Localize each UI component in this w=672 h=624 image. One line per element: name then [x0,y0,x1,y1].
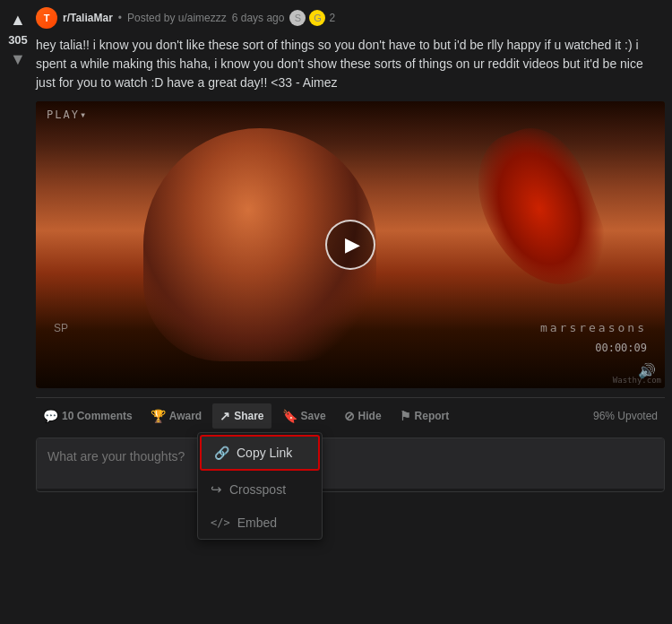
comment-box[interactable] [36,438,665,492]
copy-link-icon: 🔗 [214,446,229,460]
copy-link-item[interactable]: 🔗 Copy Link [200,435,320,471]
time-ago: 6 days ago [232,12,285,24]
posted-by[interactable]: Posted by u/aimezzz [127,12,227,24]
crosspost-label: Crosspost [229,482,286,497]
hide-button[interactable]: ⊘ Hide [337,403,389,429]
save-icon: 🔖 [282,409,297,423]
save-button[interactable]: 🔖 Save [275,403,333,429]
award-icon: 🏆 [151,409,166,423]
vote-column: ▲ 305 ▼ [0,7,36,492]
post-meta: T r/TaliaMar • Posted by u/aimezzz 6 day… [36,7,665,29]
post-text: hey talia!! i know you don't like these … [36,36,665,92]
video-title: PLAY▾ [47,108,88,121]
vote-count: 305 [8,33,28,47]
upvote-percentage: 96% Upvoted [586,404,665,428]
upvote-button[interactable]: ▲ [10,11,26,30]
subreddit-name[interactable]: r/TaliaMar [63,12,113,24]
share-dropdown: 🔗 Copy Link ↪ Crosspost </> Embed [197,432,323,540]
video-container[interactable]: PLAY▾ ▶ marsreasons SP 00:00:09 🔊 Wasthy… [36,101,665,388]
post-content: T r/TaliaMar • Posted by u/aimezzz 6 day… [36,7,672,492]
video-time: 00:00:09 [595,342,647,354]
play-button[interactable]: ▶ [325,220,375,270]
report-button[interactable]: ⚑ Report [392,403,457,429]
share-button[interactable]: ↗ Share [212,403,271,429]
action-bar: 💬 10 Comments 🏆 Award ↗ Share 🔖 Save ⊘ H… [36,397,665,434]
site-watermark: Wasthy.com [613,376,661,385]
award-label: Award [169,410,202,422]
save-label: Save [301,410,326,422]
embed-icon: </> [211,516,230,529]
video-sp-label: SP [54,322,68,334]
silver-medal: S [289,10,306,26]
comments-label: 10 Comments [62,410,133,422]
comments-button[interactable]: 💬 10 Comments [36,403,140,429]
medal-count: 2 [329,12,335,24]
share-icon: ↗ [220,409,230,423]
copy-link-label: Copy Link [237,446,292,460]
gold-medal: G [309,10,325,26]
downvote-button[interactable]: ▼ [10,50,26,69]
video-title-bar: PLAY▾ [36,101,665,128]
embed-label: Embed [237,516,277,530]
comment-input[interactable] [37,438,664,489]
video-watermark: marsreasons [540,321,647,334]
award-button[interactable]: 🏆 Award [143,403,209,429]
avatar: T [36,7,57,29]
medal-icons: S G 2 [289,10,335,26]
hide-label: Hide [358,410,382,422]
comments-icon: 💬 [43,409,58,423]
hide-icon: ⊘ [344,409,355,423]
crosspost-icon: ↪ [211,481,222,498]
report-icon: ⚑ [400,409,411,423]
crosspost-item[interactable]: ↪ Crosspost [198,472,322,507]
play-icon: ▶ [345,233,360,256]
embed-item[interactable]: </> Embed [198,507,322,539]
report-label: Report [415,410,450,422]
share-label: Share [234,410,263,422]
